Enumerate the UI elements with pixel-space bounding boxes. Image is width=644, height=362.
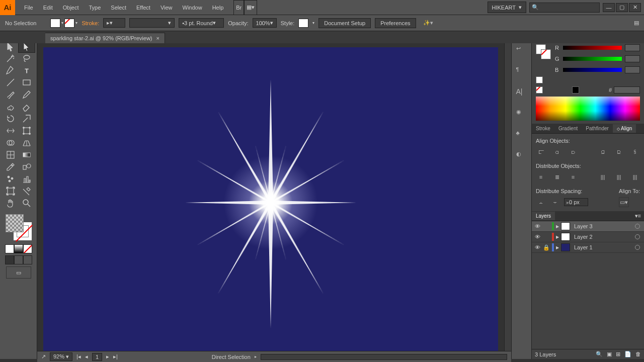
target-icon[interactable]	[635, 234, 640, 239]
layer-row[interactable]: 👁 ▶ Layer 3	[532, 221, 644, 232]
align-to-dropdown[interactable]: ▭▾	[619, 197, 629, 207]
draw-behind-btn[interactable]	[14, 255, 23, 264]
bridge-icon[interactable]: Br	[233, 0, 244, 15]
default-fill-btn[interactable]	[536, 76, 543, 83]
search-input[interactable]	[539, 5, 597, 11]
blend-tool[interactable]	[19, 161, 35, 173]
artboard-tool[interactable]	[3, 185, 19, 197]
hex-value[interactable]	[614, 86, 640, 94]
align-bottom-icon[interactable]: ⫓	[630, 147, 640, 157]
stroke-label[interactable]: Stroke:	[82, 20, 99, 26]
dist-right-icon[interactable]: |||	[630, 172, 640, 182]
tab-pathfinder[interactable]: Pathfinder	[582, 124, 613, 133]
draw-normal-btn[interactable]	[5, 255, 14, 264]
search-box[interactable]: 🔍	[529, 3, 600, 13]
brush-dropdown[interactable]: • 3 pt. Round ▾	[179, 18, 224, 28]
menu-object[interactable]: Object	[58, 0, 84, 15]
dist-hcenter-icon[interactable]: |||	[614, 172, 624, 182]
pencil-tool[interactable]	[19, 88, 35, 101]
none-mode-btn[interactable]	[23, 244, 32, 253]
scrollbar-horizontal[interactable]	[261, 354, 507, 360]
zoom-dropdown[interactable]: 92% ▾	[50, 352, 72, 361]
mesh-tool[interactable]	[3, 149, 19, 161]
align-top-icon[interactable]: ⫑	[598, 147, 608, 157]
menu-select[interactable]: Select	[106, 0, 131, 15]
gradient-tool[interactable]	[19, 149, 35, 161]
b-value[interactable]	[625, 66, 640, 73]
b-slider[interactable]	[563, 68, 622, 72]
free-transform-tool[interactable]	[19, 125, 35, 137]
menu-type[interactable]: Type	[84, 0, 106, 15]
menu-file[interactable]: File	[19, 0, 38, 15]
document-setup-button[interactable]: Document Setup	[318, 18, 371, 28]
layer-sublayer-icon[interactable]: ⊞	[616, 351, 620, 357]
draw-inside-btn[interactable]	[23, 255, 32, 264]
selection-tool[interactable]	[3, 43, 19, 52]
align-left-icon[interactable]: ⫍	[536, 147, 546, 157]
no-color-btn[interactable]	[536, 86, 543, 94]
blob-brush-tool[interactable]	[3, 101, 19, 113]
page-input[interactable]: 1	[92, 353, 102, 361]
layers-menu-icon[interactable]: ▾≡	[632, 213, 644, 219]
workspace-dropdown[interactable]: HIKEART▾	[488, 2, 526, 13]
scrollbar-vertical[interactable]	[504, 43, 511, 362]
dock-icon-character[interactable]: A|	[516, 87, 527, 99]
target-icon[interactable]	[635, 245, 640, 250]
lasso-tool[interactable]	[19, 52, 35, 64]
align-icon[interactable]: ✨▾	[423, 20, 433, 26]
layer-name[interactable]: Layer 1	[572, 244, 633, 250]
zoom-tool[interactable]	[19, 197, 35, 209]
align-vcenter-icon[interactable]: ⫒	[614, 147, 624, 157]
page-next-icon[interactable]: ▸	[106, 353, 109, 360]
opacity-input[interactable]: 100% ▾	[253, 18, 277, 28]
rectangle-tool[interactable]	[19, 76, 35, 88]
eraser-tool[interactable]	[19, 101, 35, 113]
tab-align[interactable]: Align	[613, 124, 636, 133]
maximize-button[interactable]: ▢	[616, 3, 628, 12]
width-tool[interactable]	[3, 125, 19, 137]
fill-swatch[interactable]	[50, 19, 60, 28]
page-first-icon[interactable]: |◂	[76, 353, 81, 360]
r-value[interactable]	[625, 44, 640, 51]
dist-left-icon[interactable]: |||	[598, 172, 608, 182]
dist-space-v-icon[interactable]: ⫠	[536, 197, 546, 207]
canvas[interactable]	[43, 47, 498, 358]
lock-icon[interactable]: 🔒	[543, 244, 550, 251]
layer-mask-icon[interactable]: ▣	[607, 351, 612, 357]
align-hcenter-icon[interactable]: ⫏	[552, 147, 562, 157]
tab-gradient[interactable]: Gradient	[554, 124, 582, 133]
status-export-icon[interactable]: ↗	[41, 353, 46, 360]
target-icon[interactable]	[635, 224, 640, 229]
dock-icon-symbols[interactable]: ♣	[516, 130, 527, 141]
arrange-icon[interactable]: ▦▾	[244, 0, 257, 15]
dist-bottom-icon[interactable]: ≡	[568, 172, 578, 182]
expand-icon[interactable]: ▶	[556, 224, 559, 229]
dock-icon-wrap[interactable]: ↩	[516, 45, 527, 56]
rotate-tool[interactable]	[3, 113, 19, 125]
shape-builder-tool[interactable]	[3, 137, 19, 149]
color-mode-btn[interactable]	[5, 244, 14, 253]
visibility-icon[interactable]: 👁	[534, 234, 541, 240]
perspective-grid-tool[interactable]	[19, 137, 35, 149]
spacing-input[interactable]: ▸0 px	[564, 198, 588, 206]
gradient-mode-btn[interactable]	[14, 244, 23, 253]
dock-icon-paragraph[interactable]: ¶	[516, 66, 527, 77]
layer-name[interactable]: Layer 2	[572, 234, 633, 240]
page-prev-icon[interactable]: ◂	[85, 353, 88, 360]
black-btn[interactable]	[572, 86, 579, 94]
layer-new-icon[interactable]: 📄	[624, 351, 631, 357]
g-value[interactable]	[625, 55, 640, 62]
document-tab[interactable]: sparkling star-2.ai @ 92% (RGB/Preview)×	[45, 33, 165, 43]
align-right-icon[interactable]: ⫐	[568, 147, 578, 157]
dist-space-h-icon[interactable]: ⫟	[550, 197, 560, 207]
g-slider[interactable]	[563, 57, 622, 61]
scale-tool[interactable]	[19, 113, 35, 125]
symbol-sprayer-tool[interactable]	[3, 173, 19, 185]
fill-stroke-control[interactable]	[4, 212, 34, 242]
screen-mode-btn[interactable]: ▭	[6, 266, 31, 279]
expand-icon[interactable]: ▶	[556, 235, 559, 239]
r-slider[interactable]	[563, 46, 622, 50]
magic-wand-tool[interactable]	[3, 52, 19, 64]
menu-effect[interactable]: Effect	[131, 0, 155, 15]
slice-tool[interactable]	[19, 185, 35, 197]
